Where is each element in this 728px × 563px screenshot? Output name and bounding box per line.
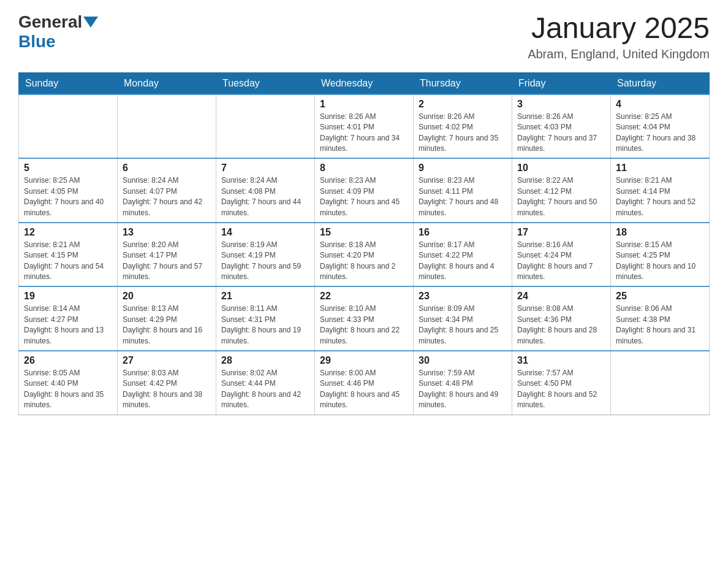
day-info: Sunrise: 8:08 AMSunset: 4:36 PMDaylight:… bbox=[517, 304, 605, 347]
calendar-day-cell: 20Sunrise: 8:13 AMSunset: 4:29 PMDayligh… bbox=[118, 286, 216, 351]
day-number: 6 bbox=[123, 163, 211, 174]
day-info: Sunrise: 8:00 AMSunset: 4:46 PMDaylight:… bbox=[320, 368, 408, 411]
day-of-week-header: Tuesday bbox=[216, 72, 315, 94]
day-info: Sunrise: 8:23 AMSunset: 4:11 PMDaylight:… bbox=[419, 175, 507, 218]
month-title: January 2025 bbox=[528, 12, 710, 45]
calendar-table: SundayMondayTuesdayWednesdayThursdayFrid… bbox=[18, 72, 710, 415]
page-header: General Blue January 2025 Abram, England… bbox=[18, 12, 710, 61]
calendar-day-cell: 18Sunrise: 8:15 AMSunset: 4:25 PMDayligh… bbox=[611, 223, 710, 287]
logo-general-text: General bbox=[18, 12, 82, 32]
calendar-day-cell: 23Sunrise: 8:09 AMSunset: 4:34 PMDayligh… bbox=[414, 286, 512, 351]
day-info: Sunrise: 8:17 AMSunset: 4:22 PMDaylight:… bbox=[419, 240, 507, 283]
calendar-day-cell: 8Sunrise: 8:23 AMSunset: 4:09 PMDaylight… bbox=[315, 158, 414, 223]
day-number: 28 bbox=[221, 355, 309, 366]
day-of-week-header: Sunday bbox=[19, 72, 118, 94]
calendar-day-cell: 13Sunrise: 8:20 AMSunset: 4:17 PMDayligh… bbox=[118, 223, 216, 287]
day-number: 30 bbox=[419, 355, 507, 366]
calendar-day-cell: 1Sunrise: 8:26 AMSunset: 4:01 PMDaylight… bbox=[315, 94, 414, 159]
day-number: 25 bbox=[616, 291, 704, 302]
day-info: Sunrise: 8:15 AMSunset: 4:25 PMDaylight:… bbox=[616, 240, 704, 283]
day-info: Sunrise: 8:02 AMSunset: 4:44 PMDaylight:… bbox=[221, 368, 309, 411]
day-number: 8 bbox=[320, 163, 408, 174]
day-number: 7 bbox=[221, 163, 309, 174]
calendar-day-cell: 19Sunrise: 8:14 AMSunset: 4:27 PMDayligh… bbox=[19, 286, 118, 351]
day-number: 19 bbox=[24, 291, 112, 302]
day-info: Sunrise: 8:14 AMSunset: 4:27 PMDaylight:… bbox=[24, 304, 112, 347]
day-number: 4 bbox=[616, 99, 704, 110]
day-number: 3 bbox=[517, 99, 605, 110]
day-number: 27 bbox=[123, 355, 211, 366]
calendar-week-row: 12Sunrise: 8:21 AMSunset: 4:15 PMDayligh… bbox=[19, 223, 710, 287]
day-info: Sunrise: 8:21 AMSunset: 4:15 PMDaylight:… bbox=[24, 240, 112, 283]
logo-triangle-icon bbox=[83, 17, 98, 28]
location-text: Abram, England, United Kingdom bbox=[528, 47, 710, 61]
title-block: January 2025 Abram, England, United King… bbox=[528, 12, 710, 61]
calendar-day-cell: 10Sunrise: 8:22 AMSunset: 4:12 PMDayligh… bbox=[512, 158, 611, 223]
day-number: 10 bbox=[517, 163, 605, 174]
day-info: Sunrise: 8:10 AMSunset: 4:33 PMDaylight:… bbox=[320, 304, 408, 347]
day-info: Sunrise: 8:19 AMSunset: 4:19 PMDaylight:… bbox=[221, 240, 309, 283]
logo-blue-text: Blue bbox=[18, 32, 56, 52]
calendar-day-cell: 25Sunrise: 8:06 AMSunset: 4:38 PMDayligh… bbox=[611, 286, 710, 351]
calendar-day-cell: 15Sunrise: 8:18 AMSunset: 4:20 PMDayligh… bbox=[315, 223, 414, 287]
day-info: Sunrise: 8:25 AMSunset: 4:05 PMDaylight:… bbox=[24, 175, 112, 218]
day-number: 11 bbox=[616, 163, 704, 174]
calendar-day-cell: 21Sunrise: 8:11 AMSunset: 4:31 PMDayligh… bbox=[216, 286, 315, 351]
calendar-week-row: 5Sunrise: 8:25 AMSunset: 4:05 PMDaylight… bbox=[19, 158, 710, 223]
calendar-empty-cell bbox=[611, 351, 710, 415]
calendar-week-row: 1Sunrise: 8:26 AMSunset: 4:01 PMDaylight… bbox=[19, 94, 710, 159]
calendar-day-cell: 26Sunrise: 8:05 AMSunset: 4:40 PMDayligh… bbox=[19, 351, 118, 415]
calendar-empty-cell bbox=[19, 94, 118, 159]
calendar-day-cell: 5Sunrise: 8:25 AMSunset: 4:05 PMDaylight… bbox=[19, 158, 118, 223]
calendar-day-cell: 17Sunrise: 8:16 AMSunset: 4:24 PMDayligh… bbox=[512, 223, 611, 287]
calendar-day-cell: 22Sunrise: 8:10 AMSunset: 4:33 PMDayligh… bbox=[315, 286, 414, 351]
day-number: 9 bbox=[419, 163, 507, 174]
day-info: Sunrise: 8:22 AMSunset: 4:12 PMDaylight:… bbox=[517, 175, 605, 218]
logo: General Blue bbox=[18, 12, 99, 52]
day-info: Sunrise: 8:26 AMSunset: 4:03 PMDaylight:… bbox=[517, 112, 605, 155]
calendar-day-cell: 27Sunrise: 8:03 AMSunset: 4:42 PMDayligh… bbox=[118, 351, 216, 415]
calendar-day-cell: 3Sunrise: 8:26 AMSunset: 4:03 PMDaylight… bbox=[512, 94, 611, 159]
day-number: 21 bbox=[221, 291, 309, 302]
day-number: 16 bbox=[419, 227, 507, 238]
day-info: Sunrise: 8:23 AMSunset: 4:09 PMDaylight:… bbox=[320, 175, 408, 218]
day-number: 12 bbox=[24, 227, 112, 238]
calendar-day-cell: 12Sunrise: 8:21 AMSunset: 4:15 PMDayligh… bbox=[19, 223, 118, 287]
calendar-day-cell: 16Sunrise: 8:17 AMSunset: 4:22 PMDayligh… bbox=[414, 223, 512, 287]
day-info: Sunrise: 8:16 AMSunset: 4:24 PMDaylight:… bbox=[517, 240, 605, 283]
day-info: Sunrise: 7:57 AMSunset: 4:50 PMDaylight:… bbox=[517, 368, 605, 411]
calendar-day-cell: 6Sunrise: 8:24 AMSunset: 4:07 PMDaylight… bbox=[118, 158, 216, 223]
calendar-week-row: 26Sunrise: 8:05 AMSunset: 4:40 PMDayligh… bbox=[19, 351, 710, 415]
day-info: Sunrise: 8:13 AMSunset: 4:29 PMDaylight:… bbox=[123, 304, 211, 347]
day-number: 14 bbox=[221, 227, 309, 238]
day-number: 26 bbox=[24, 355, 112, 366]
calendar-day-cell: 9Sunrise: 8:23 AMSunset: 4:11 PMDaylight… bbox=[414, 158, 512, 223]
day-number: 22 bbox=[320, 291, 408, 302]
day-number: 5 bbox=[24, 163, 112, 174]
day-info: Sunrise: 8:18 AMSunset: 4:20 PMDaylight:… bbox=[320, 240, 408, 283]
calendar-day-cell: 30Sunrise: 7:59 AMSunset: 4:48 PMDayligh… bbox=[414, 351, 512, 415]
calendar-day-cell: 29Sunrise: 8:00 AMSunset: 4:46 PMDayligh… bbox=[315, 351, 414, 415]
day-of-week-header: Saturday bbox=[611, 72, 710, 94]
day-number: 13 bbox=[123, 227, 211, 238]
day-number: 17 bbox=[517, 227, 605, 238]
day-number: 15 bbox=[320, 227, 408, 238]
calendar-day-cell: 7Sunrise: 8:24 AMSunset: 4:08 PMDaylight… bbox=[216, 158, 315, 223]
day-of-week-header: Monday bbox=[118, 72, 216, 94]
day-info: Sunrise: 8:21 AMSunset: 4:14 PMDaylight:… bbox=[616, 175, 704, 218]
day-number: 18 bbox=[616, 227, 704, 238]
calendar-day-cell: 4Sunrise: 8:25 AMSunset: 4:04 PMDaylight… bbox=[611, 94, 710, 159]
day-info: Sunrise: 8:26 AMSunset: 4:01 PMDaylight:… bbox=[320, 112, 408, 155]
day-number: 20 bbox=[123, 291, 211, 302]
day-info: Sunrise: 7:59 AMSunset: 4:48 PMDaylight:… bbox=[419, 368, 507, 411]
day-info: Sunrise: 8:20 AMSunset: 4:17 PMDaylight:… bbox=[123, 240, 211, 283]
calendar-week-row: 19Sunrise: 8:14 AMSunset: 4:27 PMDayligh… bbox=[19, 286, 710, 351]
calendar-day-cell: 28Sunrise: 8:02 AMSunset: 4:44 PMDayligh… bbox=[216, 351, 315, 415]
calendar-day-cell: 2Sunrise: 8:26 AMSunset: 4:02 PMDaylight… bbox=[414, 94, 512, 159]
day-number: 29 bbox=[320, 355, 408, 366]
day-of-week-header: Wednesday bbox=[315, 72, 414, 94]
day-info: Sunrise: 8:05 AMSunset: 4:40 PMDaylight:… bbox=[24, 368, 112, 411]
day-info: Sunrise: 8:24 AMSunset: 4:07 PMDaylight:… bbox=[123, 175, 211, 218]
day-number: 31 bbox=[517, 355, 605, 366]
day-info: Sunrise: 8:26 AMSunset: 4:02 PMDaylight:… bbox=[419, 112, 507, 155]
